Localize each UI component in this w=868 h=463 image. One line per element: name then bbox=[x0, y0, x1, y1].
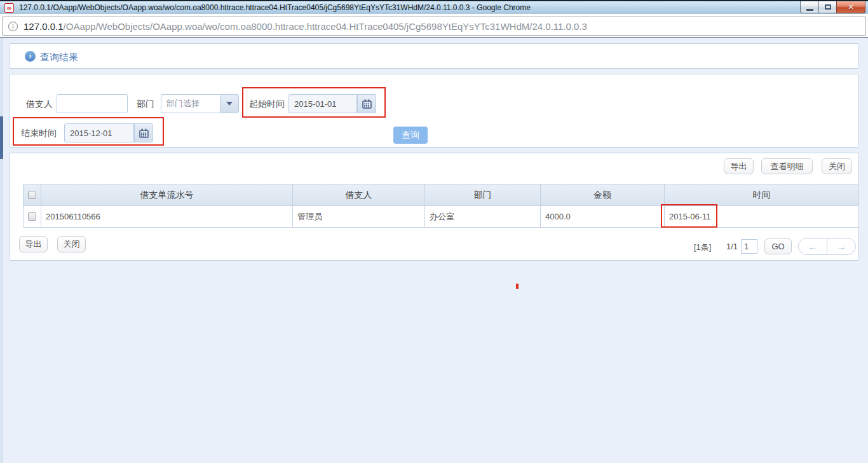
end-date-calendar-button[interactable] bbox=[134, 123, 153, 142]
caret-down-icon bbox=[226, 102, 233, 106]
next-page-button[interactable]: → bbox=[827, 238, 855, 254]
window-title: 127.0.0.1/OAapp/WebObjects/OAapp.woa/wo/… bbox=[19, 1, 531, 14]
col-borrower: 借支人 bbox=[293, 184, 425, 205]
export-button-top[interactable]: 导出 bbox=[724, 158, 754, 174]
select-all-checkbox[interactable] bbox=[28, 191, 36, 199]
app-favicon-icon: ∞ bbox=[4, 3, 14, 13]
minimize-icon bbox=[806, 9, 813, 11]
cell-amount: 4000.0 bbox=[541, 206, 665, 227]
left-scrollbar-track[interactable] bbox=[0, 38, 3, 463]
cell-borrower: 管理员 bbox=[293, 206, 425, 227]
url-bar[interactable]: i 127.0.0.1/OAapp/WebObjects/OAapp.woa/w… bbox=[2, 17, 866, 36]
maximize-button[interactable] bbox=[818, 1, 837, 13]
table-header-row: 借支单流水号 借支人 部门 金额 时间 bbox=[24, 184, 858, 205]
page-number-input[interactable] bbox=[741, 239, 757, 254]
calendar-icon bbox=[139, 128, 149, 138]
select-all-cell bbox=[24, 184, 41, 205]
page-title: 查询结果 bbox=[40, 52, 78, 64]
maximize-icon bbox=[825, 4, 831, 10]
go-button[interactable]: GO bbox=[764, 238, 792, 254]
start-date-calendar-button[interactable] bbox=[357, 94, 376, 113]
close-button-bottom[interactable]: 关闭 bbox=[57, 236, 86, 252]
minimize-button[interactable] bbox=[800, 1, 819, 13]
pager-arrows: ← → bbox=[798, 238, 856, 255]
end-date-input[interactable] bbox=[64, 123, 134, 142]
browser-addressbar: i 127.0.0.1/OAapp/WebObjects/OAapp.woa/w… bbox=[0, 14, 868, 38]
calendar-icon bbox=[362, 99, 372, 109]
close-button-top[interactable]: 关闭 bbox=[822, 158, 852, 174]
url-path: /OAapp/WebObjects/OAapp.woa/wo/com.oa800… bbox=[64, 21, 587, 32]
col-amount: 金额 bbox=[541, 184, 665, 205]
chevron-circle-icon: › bbox=[25, 51, 36, 62]
export-button-bottom[interactable]: 导出 bbox=[19, 236, 48, 252]
window-controls: ✕ bbox=[800, 1, 865, 13]
page-info-icon[interactable]: i bbox=[8, 22, 18, 31]
borrower-label: 借支人 bbox=[26, 94, 53, 113]
results-table: 借支单流水号 借支人 部门 金额 时间 201506110566 管理员 办公室… bbox=[23, 184, 859, 228]
start-date-label: 起始时间 bbox=[249, 94, 285, 113]
start-date-input[interactable] bbox=[288, 94, 357, 113]
cell-date: 2015-06-11 bbox=[665, 206, 858, 227]
table-row[interactable]: 201506110566 管理员 办公室 4000.0 2015-06-11 bbox=[24, 205, 858, 227]
cell-department: 办公室 bbox=[425, 206, 541, 227]
end-date-label: 结束时间 bbox=[21, 123, 57, 142]
department-label: 部门 bbox=[137, 94, 154, 113]
view-detail-button[interactable]: 查看明细 bbox=[761, 158, 813, 174]
prev-page-button[interactable]: ← bbox=[799, 238, 827, 254]
close-icon: ✕ bbox=[848, 2, 854, 13]
borrower-input[interactable] bbox=[57, 94, 128, 113]
close-window-button[interactable]: ✕ bbox=[836, 1, 865, 13]
url-host: 127.0.0.1 bbox=[24, 21, 64, 32]
left-scrollbar-thumb[interactable] bbox=[0, 116, 3, 159]
col-department: 部门 bbox=[425, 184, 541, 205]
row-select-cell bbox=[24, 206, 41, 227]
record-count: [1条] bbox=[694, 242, 711, 253]
col-date: 时间 bbox=[665, 184, 858, 205]
page-indicator: 1/1 bbox=[726, 242, 738, 251]
col-serial: 借支单流水号 bbox=[41, 184, 293, 205]
search-button[interactable]: 查询 bbox=[393, 127, 428, 144]
browser-window: { "window": { "title": "127.0.0.1/OAapp/… bbox=[0, 0, 868, 463]
window-titlebar[interactable]: ∞ 127.0.0.1/OAapp/WebObjects/OAapp.woa/w… bbox=[0, 0, 868, 14]
cell-serial: 201506110566 bbox=[41, 206, 293, 227]
result-header-panel: › 查询结果 bbox=[9, 43, 859, 69]
search-form-panel: 借支人 部门 部门选择 起始时间 结束时间 bbox=[9, 74, 859, 148]
department-dropdown-button[interactable] bbox=[220, 94, 239, 113]
row-checkbox[interactable] bbox=[28, 212, 36, 221]
department-select[interactable]: 部门选择 bbox=[161, 94, 220, 113]
